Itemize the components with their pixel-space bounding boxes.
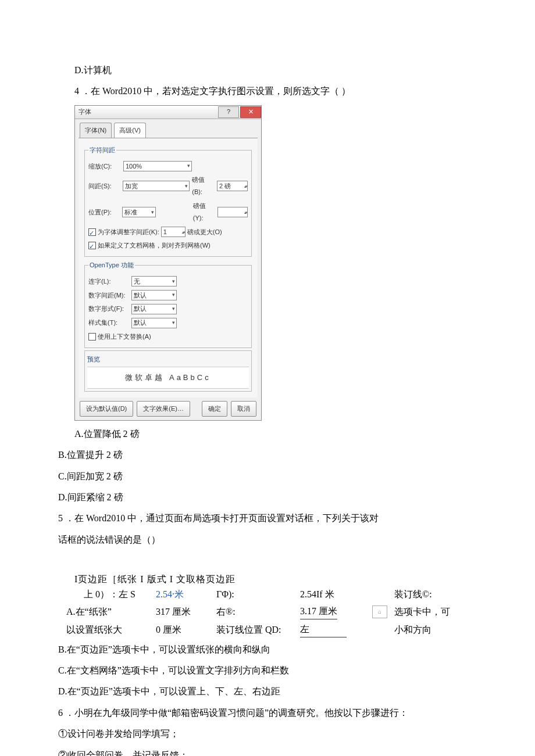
q5-r1c6: 装订线©: [394,587,464,602]
q5-option-b: B.在“页边距”选项卡中，可以设置纸张的横向和纵向 [58,641,477,658]
contextual-label: 使用上下文替换(A) [98,331,151,343]
q5-r2c3: 右®: [216,604,298,619]
q5-r1c4: 2.54If 米 [300,587,370,602]
numspacing-label: 数字间距(M): [88,289,129,302]
help-button[interactable]: ? [218,106,239,118]
preview-label: 预览 [87,353,249,366]
numform-combo[interactable]: 默认 [131,304,177,314]
char-spacing-legend: 字符间距 [88,144,116,156]
q5-stem-2: 话框的说法错误的是（） [58,531,477,549]
contextual-checkbox[interactable] [88,333,96,341]
position-label: 位置(P): [88,206,120,218]
numform-label: 数字形式(F): [88,303,129,315]
tab-advanced[interactable]: 高级(V) [114,123,146,138]
snapgrid-checkbox[interactable] [88,242,96,249]
q5-stem-1: 5 ．在 Word2010 中，通过页面布局选项卡打开页面设置对话框，下列关于该… [58,510,477,527]
spacing-label: 间距(S): [88,180,120,192]
q5-grid: 上 0）：左 S 2.54·米 ΓΦ): 2.54If 米 装订线©: A.在“… [66,587,477,637]
styleset-combo[interactable]: 默认 [131,318,177,328]
text-effects-button[interactable]: 文字效果(E)… [137,401,190,417]
q5-r3c6: 小和方向 [394,622,464,637]
ligatures-combo[interactable]: 无 [131,276,177,286]
scale-label: 缩放(C): [88,160,121,173]
q4-option-d: D.间距紧缩 2 磅 [58,489,477,506]
q5-r1c1: 上 0）：左 S [66,587,154,602]
kerning-label: 为字体调整字间距(K): [98,226,159,238]
spacing-pt-spin[interactable]: 2 磅 [217,181,248,191]
q5-option-c: C.在“文档网络”选项卡中，可以设置文字排列方向和栏数 [58,662,477,679]
spacing-combo[interactable]: 加宽 [123,181,190,191]
q5-r3c0: 以设置纸张大 [66,622,154,637]
spacing-pt-label: 磅值(B): [192,174,215,198]
q5-r2c4: 3.17 厘米 [300,604,370,619]
preview-panel: 预览 微软卓越 AaBbCc [84,350,252,392]
styleset-label: 样式集(T): [88,317,129,329]
q5-r3c2: 0 厘米 [156,622,214,637]
orientation-icon: ⌂ [372,605,387,618]
q4-option-c: C.间距加宽 2 磅 [58,468,477,485]
q4-stem: 4 ．在 Word2010 中，若对选定文字执行图示设置，则所选文字（ ） [58,83,477,100]
q5-tabs-row: I页边距［纸张 I 版式 I 文取格页边距 [66,572,477,587]
kerning-checkbox[interactable] [88,228,96,236]
ok-button[interactable]: 确定 [202,401,227,417]
char-spacing-group: 字符间距 缩放(C): 100% 间距(S): 加宽 磅值(B): 2 磅 位置… [84,144,252,257]
dialog-title: 字体 [79,106,91,118]
font-dialog: 字体 ? ✕ 字体(N) 高级(V) 字符间距 缩放(C): 100% 间距(S… [74,105,262,421]
cancel-button[interactable]: 取消 [231,401,256,417]
q4-option-b: B.位置提升 2 磅 [58,446,477,464]
dialog-titlebar: 字体 ? ✕ [75,106,261,119]
close-button[interactable]: ✕ [240,106,261,118]
position-combo[interactable]: 标准 [122,207,156,217]
ligatures-label: 连字(L): [88,275,129,288]
q5-r1c3: ΓΦ): [216,587,298,602]
q5-r2c6: 选项卡中，可 [394,604,464,619]
position-pt-spin[interactable] [217,207,248,217]
scale-combo[interactable]: 100% [123,161,192,171]
q5-r2c2: 317 厘米 [156,604,214,619]
q5-r2c0: A.在“纸张” [66,604,154,619]
q5-r1c2: 2.54·米 [156,587,214,602]
q6-stem: 6 ．小明在九年级同学中做“邮箱密码设置习惯问题”的调查研究。他按以下步骤进行： [58,704,477,722]
q6-step-1: ①设计问卷并发给同学填写； [58,725,477,743]
preview-text: 微软卓越 AaBbCc [87,367,249,389]
snapgrid-label: 如果定义了文档网格，则对齐到网格(W) [98,239,211,252]
q3-option-d: D.计算机 [58,62,477,79]
tab-font[interactable]: 字体(N) [80,123,112,138]
q5-r3c3: 装订线位置 QD: [216,622,298,637]
q4-option-a: A.位置降低 2 磅 [58,425,477,443]
opentype-legend: OpenType 功能 [88,259,135,271]
kerning-spin[interactable]: 1 [161,227,186,237]
q5-option-d: D.在“页边距”选项卡中，可以设置上、下、左、右边距 [58,683,477,700]
set-default-button[interactable]: 设为默认值(D) [80,401,133,417]
opentype-group: OpenType 功能 连字(L):无 数字间距(M):默认 数字形式(F):默… [84,259,252,348]
q6-step-2: ②收回全部问卷，并记录反馈； [58,747,477,756]
q5-r3c4: 左 [300,622,370,637]
kerning-unit: 磅或更大(O) [187,226,222,238]
numspacing-combo[interactable]: 默认 [131,290,177,300]
position-pt-label: 磅值(Y): [193,200,215,224]
